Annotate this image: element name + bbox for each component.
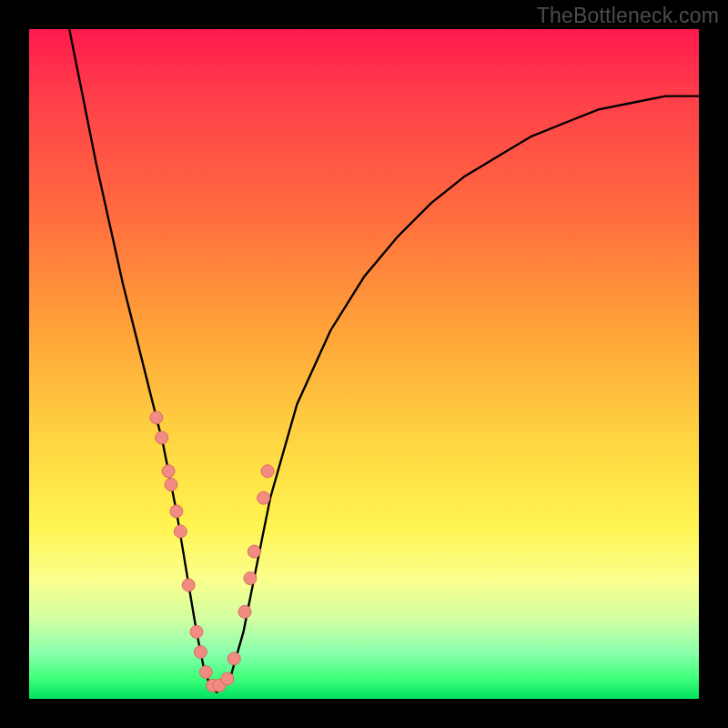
curve-svg bbox=[29, 29, 699, 699]
marker-dot bbox=[258, 491, 270, 504]
chart-frame: TheBottleneck.com bbox=[0, 0, 728, 728]
marker-dot bbox=[261, 465, 274, 478]
marker-dot bbox=[165, 479, 177, 491]
marker-dot bbox=[238, 605, 251, 618]
watermark-text: TheBottleneck.com bbox=[537, 4, 719, 28]
marker-group bbox=[150, 411, 274, 692]
marker-dot bbox=[228, 652, 240, 665]
marker-dot bbox=[174, 525, 187, 538]
marker-dot bbox=[190, 625, 203, 638]
marker-dot bbox=[150, 411, 163, 424]
marker-dot bbox=[170, 505, 183, 518]
marker-dot bbox=[199, 666, 212, 679]
marker-dot bbox=[162, 465, 175, 478]
bottleneck-curve bbox=[69, 29, 699, 693]
marker-dot bbox=[248, 545, 260, 558]
marker-dot bbox=[221, 672, 234, 685]
plot-area bbox=[29, 29, 699, 699]
marker-dot bbox=[156, 431, 168, 444]
marker-dot bbox=[194, 646, 207, 659]
marker-dot bbox=[182, 579, 195, 592]
marker-dot bbox=[244, 572, 257, 585]
